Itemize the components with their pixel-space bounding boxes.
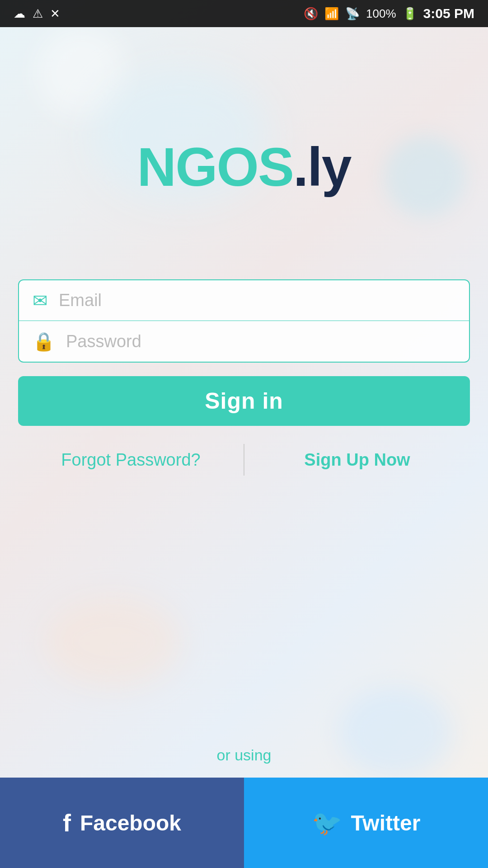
- logo-dotly-part: .ly: [293, 137, 351, 197]
- password-field-container: 🔒: [19, 321, 469, 362]
- logo-container: NGOS.ly: [137, 136, 351, 198]
- status-time: 3:05 PM: [423, 6, 474, 21]
- email-icon: ✉: [33, 290, 48, 311]
- password-input[interactable]: [66, 332, 455, 351]
- sign-in-button[interactable]: Sign in: [18, 376, 470, 426]
- email-input[interactable]: [59, 291, 455, 310]
- mute-icon: 🔇: [304, 7, 318, 21]
- logo: NGOS.ly: [137, 137, 351, 197]
- wifi-icon: 📶: [324, 7, 339, 21]
- battery-percentage: 100%: [366, 7, 396, 21]
- email-field-container: ✉: [19, 280, 469, 321]
- twitter-login-button[interactable]: 🐦 Twitter: [244, 778, 488, 868]
- twitter-icon: 🐦: [312, 809, 342, 837]
- close-icon: ✕: [50, 7, 60, 21]
- cloud-icon: ☁: [14, 7, 25, 21]
- forgot-password-link[interactable]: Forgot Password?: [18, 450, 244, 470]
- warning-icon: ⚠: [33, 7, 43, 21]
- logo-ngos-part: NGOS: [137, 137, 293, 197]
- social-buttons: f Facebook 🐦 Twitter: [0, 778, 488, 868]
- facebook-label: Facebook: [80, 811, 181, 835]
- signal-icon: 📡: [345, 7, 360, 21]
- sign-up-now-link[interactable]: Sign Up Now: [244, 450, 470, 470]
- main-content: NGOS.ly ✉ 🔒 Sign in Forgot Password? Sig…: [0, 27, 488, 476]
- lock-icon: 🔒: [33, 331, 55, 352]
- or-using-text: or using: [217, 746, 272, 764]
- status-left-icons: ☁ ⚠ ✕: [14, 7, 60, 21]
- battery-icon: 🔋: [403, 7, 417, 21]
- links-row: Forgot Password? Sign Up Now: [18, 444, 470, 476]
- status-bar: ☁ ⚠ ✕ 🔇 📶 📡 100% 🔋 3:05 PM: [0, 0, 488, 27]
- twitter-label: Twitter: [351, 811, 421, 835]
- login-form: ✉ 🔒 Sign in Forgot Password? Sign Up Now: [18, 279, 470, 476]
- input-group: ✉ 🔒: [18, 279, 470, 363]
- facebook-login-button[interactable]: f Facebook: [0, 778, 244, 868]
- facebook-icon: f: [63, 809, 71, 837]
- status-right-info: 🔇 📶 📡 100% 🔋 3:05 PM: [304, 6, 474, 21]
